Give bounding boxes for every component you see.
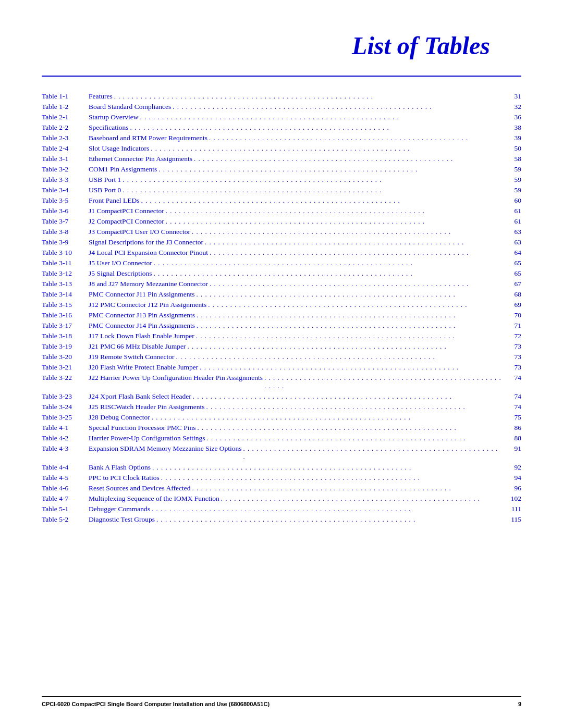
table-number: Table 3-5	[42, 196, 89, 205]
table-page-number: 73	[503, 353, 521, 361]
table-dots: . . . . . . . . . . . . . . . . . . . . …	[123, 186, 501, 194]
table-description: Board Standard Compliances	[89, 103, 171, 111]
table-description: Special Function Processor PMC Pins	[89, 424, 196, 432]
table-row: Table 3-15J12 PMC Connector J12 Pin Assi…	[42, 301, 521, 309]
table-row: Table 3-25J28 Debug Connector . . . . . …	[42, 413, 521, 422]
table-dots: . . . . . . . . . . . . . . . . . . . . …	[152, 413, 501, 422]
table-number: Table 2-2	[42, 124, 89, 132]
table-number: Table 2-4	[42, 144, 89, 153]
table-dots: . . . . . . . . . . . . . . . . . . . . …	[221, 495, 501, 503]
table-dots: . . . . . . . . . . . . . . . . . . . . …	[154, 259, 501, 267]
footer-left: CPCI-6020 CompactPCI Single Board Comput…	[42, 701, 270, 707]
table-dots: . . . . . . . . . . . . . . . . . . . . …	[200, 363, 501, 372]
table-number: Table 3-16	[42, 311, 89, 319]
table-number: Table 3-12	[42, 269, 89, 278]
table-page-number: 31	[503, 92, 521, 101]
table-description: PMC Connector J14 Pin Assignments	[89, 322, 195, 330]
table-dots: . . . . . . . . . . . . . . . . . . . . …	[207, 434, 501, 442]
table-page-number: 36	[503, 113, 521, 121]
table-row: Table 4-4Bank A Flash Options . . . . . …	[42, 463, 521, 472]
table-dots: . . . . . . . . . . . . . . . . . . . . …	[152, 463, 501, 472]
table-dots: . . . . . . . . . . . . . . . . . . . . …	[176, 353, 501, 361]
table-page-number: 111	[503, 505, 521, 513]
table-number: Table 2-1	[42, 113, 89, 121]
table-page-number: 65	[503, 269, 521, 278]
table-number: Table 4-2	[42, 434, 89, 442]
table-dots: . . . . . . . . . . . . . . . . . . . . …	[152, 505, 501, 513]
table-number: Table 3-22	[42, 374, 89, 382]
table-number: Table 3-21	[42, 363, 89, 372]
table-description: Bank A Flash Options	[89, 463, 151, 472]
table-description: Specifications	[89, 124, 128, 132]
table-number: Table 4-6	[42, 484, 89, 492]
table-page-number: 91	[503, 445, 521, 453]
table-page-number: 86	[503, 424, 521, 432]
table-description: Features	[89, 92, 113, 101]
footer-right: 9	[518, 701, 521, 707]
table-description: J19 Remote Switch Connector	[89, 353, 175, 361]
table-description: Baseboard and RTM Power Requirements	[89, 134, 207, 142]
table-dots: . . . . . . . . . . . . . . . . . . . . …	[209, 134, 501, 142]
table-description: PMC Connector J13 Pin Assignments	[89, 311, 195, 319]
page-title: List of Tables	[352, 32, 490, 59]
table-page-number: 50	[503, 144, 521, 153]
table-page-number: 59	[503, 176, 521, 184]
table-row: Table 4-2Harrier Power-Up Configuration …	[42, 434, 521, 442]
table-number: Table 5-1	[42, 505, 89, 513]
table-page-number: 68	[503, 290, 521, 299]
table-dots: . . . . . . . . . . . . . . . . . . . . …	[210, 249, 501, 257]
table-description: J25 RISCWatch Header Pin Assignments	[89, 403, 204, 411]
table-row: Table 3-21J20 Flash Write Protect Enable…	[42, 363, 521, 372]
table-row: Table 4-7Multiplexing Sequence of the IO…	[42, 495, 521, 503]
table-row: Table 2-4Slot Usage Indicators . . . . .…	[42, 144, 521, 153]
table-dots: . . . . . . . . . . . . . . . . . . . . …	[166, 207, 501, 215]
table-dots: . . . . . . . . . . . . . . . . . . . . …	[166, 217, 501, 226]
table-dots: . . . . . . . . . . . . . . . . . . . . …	[154, 269, 502, 278]
table-description: J3 CompactPCI User I/O Connector	[89, 228, 190, 236]
table-number: Table 3-10	[42, 249, 89, 257]
table-row: Table 3-10J4 Local PCI Expansion Connect…	[42, 249, 521, 257]
table-row: Table 3-6J1 CompactPCI Connector . . . .…	[42, 207, 521, 215]
table-row: Table 4-1Special Function Processor PMC …	[42, 424, 521, 432]
table-page-number: 102	[503, 495, 521, 503]
table-description: Ethernet Connector Pin Assignments	[89, 155, 192, 163]
table-dots: . . . . . . . . . . . . . . . . . . . . …	[156, 515, 501, 524]
table-description: J28 Debug Connector	[89, 413, 150, 422]
table-row: Table 1-1Features . . . . . . . . . . . …	[42, 92, 521, 101]
table-page-number: 75	[503, 413, 521, 422]
table-description: J5 User I/O Connector	[89, 259, 152, 267]
table-dots: . . . . . . . . . . . . . . . . . . . . …	[197, 311, 501, 319]
table-description: Startup Overview	[89, 113, 139, 121]
table-dots: . . . . . . . . . . . . . . . . . . . . …	[158, 165, 501, 174]
table-page-number: 94	[503, 474, 521, 482]
table-page-number: 39	[503, 134, 521, 142]
table-number: Table 3-4	[42, 186, 89, 194]
table-page-number: 59	[503, 165, 521, 174]
table-number: Table 3-8	[42, 228, 89, 236]
table-number: Table 4-1	[42, 424, 89, 432]
table-page-number: 63	[503, 238, 521, 246]
table-list: Table 1-1Features . . . . . . . . . . . …	[42, 92, 521, 524]
table-description: Multiplexing Sequence of the IOMX Functi…	[89, 495, 219, 503]
table-dots: . . . . . . . . . . . . . . . . . . . . …	[208, 301, 501, 309]
title-section: List of Tables	[42, 31, 521, 60]
table-dots: . . . . . . . . . . . . . . . . . . . . …	[194, 155, 501, 163]
table-row: Table 3-4USB Port 0 . . . . . . . . . . …	[42, 186, 521, 194]
table-row: Table 3-17PMC Connector J14 Pin Assignme…	[42, 322, 521, 330]
table-number: Table 4-7	[42, 495, 89, 503]
table-dots: . . . . . . . . . . . . . . . . . . . . …	[130, 124, 501, 132]
table-row: Table 2-2Specifications . . . . . . . . …	[42, 124, 521, 132]
table-number: Table 5-2	[42, 515, 89, 524]
table-row: Table 3-3USB Port 1 . . . . . . . . . . …	[42, 176, 521, 184]
table-dots: . . . . . . . . . . . . . . . . . . . . …	[197, 290, 501, 299]
divider	[42, 76, 521, 77]
table-page-number: 73	[503, 342, 521, 351]
table-row: Table 3-13J8 and J27 Memory Mezzanine Co…	[42, 280, 521, 288]
table-description: USB Port 1	[89, 176, 121, 184]
table-number: Table 3-2	[42, 165, 89, 174]
table-number: Table 3-23	[42, 392, 89, 401]
table-description: PPC to PCI Clock Ratios	[89, 474, 160, 482]
table-number: Table 3-24	[42, 403, 89, 411]
page: List of Tables Table 1-1Features . . . .…	[0, 0, 563, 728]
table-dots: . . . . . . . . . . . . . . . . . . . . …	[123, 176, 501, 184]
